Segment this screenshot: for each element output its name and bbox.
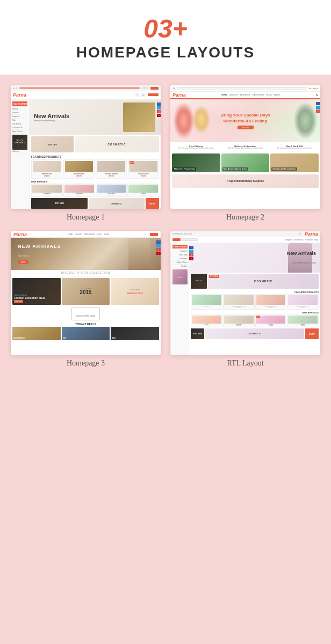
hp3-logo: Parna	[13, 232, 27, 237]
twitter-icon[interactable]: t	[156, 244, 161, 247]
hp3-deals-grid: SUNGLASSES HAT BAG	[12, 327, 159, 340]
twitter-icon[interactable]: t	[316, 106, 320, 109]
product-image	[33, 161, 61, 172]
new-arrival-item[interactable]: Osting skirt $18.00	[63, 184, 95, 197]
hp1-nav: ☆ 🛒	[135, 93, 159, 97]
layout2-label: Homepage 2	[226, 213, 264, 222]
rtl-arrival-item[interactable]: COLOR	[191, 314, 222, 327]
new-arrival-item[interactable]: Product $30.00	[127, 184, 159, 197]
facebook-icon[interactable]: f	[189, 246, 193, 249]
screenshot-homepage3[interactable]: Parna HOME LAYOUTS CATEGORIES BLOG PAGES…	[11, 231, 161, 355]
rtl-banner-row: COSMETIC 25% OFF BEST OFFRAGRANCE	[189, 273, 320, 290]
hp3-collection-grid: Fashion Collection Fashion Collection ME…	[11, 276, 161, 306]
hp1-product[interactable]: Ambrielle Slip $50.00	[31, 159, 62, 179]
googleplus-icon[interactable]: g	[157, 110, 161, 113]
deal-sunglasses[interactable]: SUNGLASSES	[12, 327, 61, 340]
twitter-icon[interactable]: t	[157, 106, 161, 109]
hp1-banner-cosmetic: COSMETIC	[75, 136, 159, 152]
hp2-feature-delivery: Free Delivery The other day the grass an…	[172, 144, 220, 151]
rtl-hero: New Arrivals Searching • Beauty • Trendy…	[189, 243, 320, 273]
hp1-product[interactable]: NEW Product Name $50.00	[128, 159, 159, 179]
deal-bag[interactable]: BAG	[111, 327, 159, 340]
rtl-arrival-item[interactable]: Toma Brose $33.98	[223, 314, 255, 327]
deal-hat[interactable]: HAT	[62, 327, 110, 340]
hp1-main: New Arrivals Beauty Trendy Beauty f t g …	[30, 100, 161, 209]
hp1-sidebar-item: Skin & Body	[12, 122, 27, 126]
hp1-banner-row: 25% OFF COSMETIC	[30, 135, 161, 154]
header-number: 03+	[11, 16, 320, 42]
hp1-banner-pct: 25% OFF	[31, 136, 74, 152]
rtl-arrival-item[interactable]: NEW Cosmetic $33.00	[255, 314, 287, 327]
layout-rtl-label: RTL Layout	[227, 359, 263, 368]
hp1-body: CATEGORIES Makeup Skincare Fragrance Nai…	[11, 100, 161, 209]
hp1-product[interactable]: Brooklyn Handset $99.00	[96, 159, 127, 179]
hp3-women-section[interactable]: Blaine Halton SAVE 50% OFF!	[111, 278, 159, 305]
hp3-deals-section: TODAYS DEALS SUNGLASSES HAT B	[11, 321, 161, 341]
hp2-cat-gifts[interactable]: Gifts Basket Foward Store	[270, 153, 319, 172]
hp1-social-sidebar: f t g p	[157, 103, 161, 117]
rtl-product[interactable]: Cosmetic Lipner 1302 $33.00	[255, 294, 287, 310]
hp1-sidebar: CATEGORIES Makeup Skincare Fragrance Nai…	[11, 100, 30, 209]
pinterest-icon[interactable]: p	[189, 257, 193, 260]
hp3-hero-text: NEW ARRIVALS	[18, 244, 61, 249]
rtl-cosmetic-banner: COSMETIC 25% OFF	[208, 274, 319, 289]
screenshot-rtl[interactable]: Free Shipping Winter Sale 🛒 Parna Fragra…	[170, 231, 320, 355]
layout1-label: Homepage 1	[67, 213, 105, 222]
new-arrival-item[interactable]: Cha Glisten $45.00	[96, 184, 127, 197]
hp1-sidebar-item: Bags & Shoes	[12, 130, 27, 134]
rtl-best-fragrance: BEST OFFRAGRANCE	[191, 274, 207, 289]
hp2-cat-blooms[interactable]: New Blooms Spring Items	[221, 153, 270, 172]
hp3-discovery-btn-section: DISCOVERY NOW	[11, 306, 161, 321]
facebook-icon[interactable]: f	[316, 102, 320, 105]
rtl-product[interactable]: Toma Brose desert 3264 $33.98	[223, 294, 255, 310]
hp1-sidebar-item: Makeup	[12, 107, 27, 111]
hp1-featured-title: FEATURED PRODUCTS	[31, 155, 159, 158]
header-title: HOMEPAGE LAYOUTS	[11, 44, 320, 61]
hp1-sidebar-item: Fragrance	[12, 115, 27, 119]
rtl-product[interactable]: COLOR	[191, 294, 222, 310]
hp3-discovery-title: DISCOVERY OUR COLLECTION	[11, 270, 161, 276]
hp1-hero-text: New Arrivals	[34, 113, 69, 119]
hp1-logo: Parna	[13, 92, 26, 98]
hp3-mens-section[interactable]: Fashion Collection Fashion Collection ME…	[12, 278, 61, 305]
pinterest-icon[interactable]: p	[157, 114, 161, 117]
hp2-hero: Bring Your Special Days Wonderful All Fe…	[170, 99, 320, 142]
screenshot-homepage1[interactable]: ★★★★ Parna ☆ 🛒 CATEGORIES Makeup Skincar…	[11, 85, 161, 209]
header-section: 03+ HOMEPAGE LAYOUTS	[0, 0, 331, 75]
rtl-sidebar: CATEGORIES Fragrance Skin & Body Foundat…	[170, 243, 189, 355]
hp1-product[interactable]: Brook Pendant $80.00	[63, 159, 95, 179]
layouts-grid: ★★★★ Parna ☆ 🛒 CATEGORIES Makeup Skincar…	[0, 75, 331, 384]
hp1-sidebar-item: Skincare	[12, 111, 27, 115]
product-price: $50.00	[129, 175, 157, 177]
facebook-icon[interactable]: f	[157, 103, 161, 106]
hp2-features: Free Delivery The other day the grass an…	[170, 142, 320, 152]
facebook-icon[interactable]: f	[156, 240, 161, 244]
rtl-body: New Arrivals Searching • Beauty • Trendy…	[170, 243, 320, 355]
screenshot-homepage2[interactable]: 🔍 ★ Log In Parna HOME LAYOUTS FEATURES C…	[170, 85, 320, 209]
googleplus-icon[interactable]: g	[189, 253, 193, 257]
pinterest-icon[interactable]: p	[156, 252, 161, 255]
hp2-hero-title: Bring Your Special Days Wonderful All Fe…	[170, 112, 320, 124]
hp1-sidebar-item: Hairdryer	[12, 150, 27, 153]
hp3-social: f t g p	[156, 240, 161, 255]
hp1-bottom-bar: MOST VIEW COSMETIC SHOP	[30, 197, 161, 209]
twitter-icon[interactable]: t	[189, 250, 193, 253]
googleplus-icon[interactable]: g	[156, 248, 161, 251]
hp1-sidebar-item: Nails	[12, 119, 27, 122]
hp3-hero: NEW ARRIVALS New Season SHOP f t g p	[11, 238, 161, 270]
hp1-hero: New Arrivals Beauty Trendy Beauty f t g …	[30, 100, 161, 135]
hp3-collection-section[interactable]: COLLECTION 2015	[62, 278, 110, 305]
new-arrival-item[interactable]: Toma dress $22.00	[31, 184, 63, 197]
hp2-feature-delivery2: Delivery To American The other day the g…	[221, 144, 270, 151]
hp3-topbar: Parna HOME LAYOUTS CATEGORIES BLOG PAGES	[11, 231, 161, 238]
hp1-hero-sub: Beauty Trendy Beauty	[34, 119, 69, 122]
hp2-product-categories: Plants For Flower Store New Blooms Sprin…	[170, 152, 320, 173]
hp2-cat-plants[interactable]: Plants For Flower Store	[172, 153, 220, 172]
rtl-social: f t g p	[189, 246, 193, 260]
hp2-nav-bar: Parna HOME LAYOUTS FEATURES CATEGORIES B…	[170, 92, 320, 99]
hp2-search-bar: 🔍 ★ Log In	[170, 85, 320, 92]
product-image	[97, 161, 125, 172]
rtl-arrival-item[interactable]: Brooklyn $28.00	[287, 314, 319, 327]
hp2-feature-gift: Buy 2 Get A Gift The other day the grass…	[270, 144, 319, 151]
rtl-product[interactable]: Beauty Pendant 110 $39.00	[287, 294, 319, 310]
